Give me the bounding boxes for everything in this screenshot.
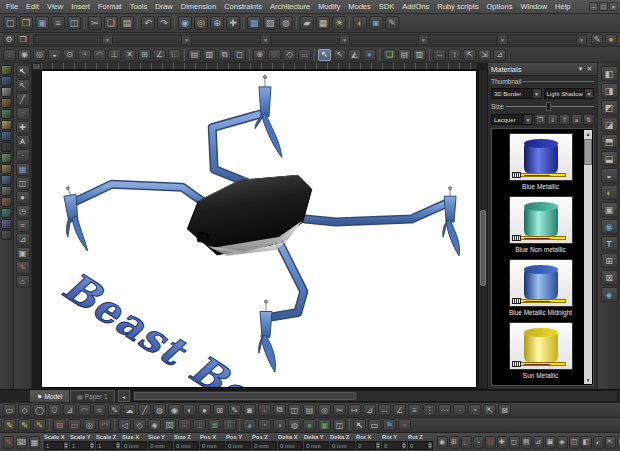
select-arrow-icon[interactable]: ↖ [318,49,331,61]
zoom-extents-icon[interactable]: ◎ [194,16,208,30]
undo-icon[interactable]: ↶ [141,16,155,30]
spinner-icon[interactable] [89,442,94,449]
material-item-1[interactable]: Blue Metallic [498,133,583,190]
pencil2-icon[interactable]: ✎ [228,404,241,416]
field-value[interactable]: 0 mm [305,443,328,449]
ellipse-icon[interactable]: ⬯ [48,404,61,416]
field-value[interactable]: 0 mm [201,443,224,449]
view-cube-icon[interactable]: ◧ [581,436,592,449]
menu-addons[interactable]: AddOns [398,0,433,13]
palette-thumb-15[interactable] [1,219,12,229]
arc-tool-icon[interactable]: ◷ [16,205,30,218]
field-value[interactable]: 0 mm [123,443,146,449]
cloud-icon[interactable]: ☁ [123,404,136,416]
property-combo-5[interactable]: ▼ [349,34,428,45]
dim-b-icon[interactable]: ↕ [448,49,461,61]
edit-pen-icon[interactable]: ✎ [591,34,603,45]
field-value[interactable]: 0 [383,443,401,449]
menu-options[interactable]: Options [483,0,517,13]
materials-icon[interactable]: ◐ [353,16,367,30]
annot-toggle-icon[interactable]: ◈ [557,436,568,449]
keyboard-entry-icon[interactable]: ⌨ [16,436,27,449]
group-icon[interactable]: ⧉ [218,49,231,61]
stair-icon[interactable]: ≣ [208,419,221,431]
field-value[interactable]: 0 mm [331,443,354,449]
field-value[interactable]: 0 mm [253,443,276,449]
menu-format[interactable]: Format [94,0,126,13]
property-combo-7[interactable]: ▼ [507,34,587,45]
slider-handle[interactable] [546,102,551,111]
boolean-add-icon[interactable]: ◕ [243,419,256,431]
shape-edit-icon[interactable]: ▭ [68,419,81,431]
spinner-icon[interactable] [427,442,432,449]
style-book-icon[interactable]: ❒ [17,34,29,45]
panel-pin-icon[interactable]: ▾ [576,65,585,73]
rename-material-icon[interactable]: a [571,114,582,125]
property-combo-6[interactable]: ▼ [428,34,507,45]
slice2-icon[interactable]: ◍ [288,419,301,431]
export-material-icon[interactable]: ⇑ [559,114,570,125]
palette-thumb-13[interactable] [1,197,12,207]
select-edit-icon[interactable]: ↖ [16,79,30,92]
steering-icon[interactable]: ◐ [593,436,604,449]
palette-thumb-16[interactable] [1,230,12,240]
palette-thumb-6[interactable] [1,120,12,130]
copy-icon[interactable]: ❏ [104,16,118,30]
field-value[interactable]: 0 mm [175,443,198,449]
border-style-dropdown[interactable]: 3D Border▼ [491,88,542,99]
text3d-icon[interactable]: T [601,236,618,251]
render-face-icon[interactable]: ● [605,34,617,45]
line-tool-icon[interactable]: ╱ [16,93,30,106]
ucs-toggle-icon[interactable]: ⊿ [533,436,544,449]
shadow-style-dropdown[interactable]: Light Shadow▼ [544,88,595,99]
palette-thumb-5[interactable] [1,109,12,119]
snap-center-icon[interactable]: ⊙ [63,49,76,61]
ray-icon[interactable]: ╱ [138,404,151,416]
snap-midpoint-icon[interactable]: ◒ [48,49,61,61]
canvas-horizontal-scrollbar[interactable] [132,390,618,402]
polar-toggle-icon[interactable]: ◔ [473,436,484,449]
menu-help[interactable]: Help [551,0,574,13]
facet-icon[interactable]: ▣ [601,202,618,217]
boolean-sub-icon[interactable]: ◔ [258,419,271,431]
palette-thumb-1[interactable] [1,65,12,75]
pencil-yellow-icon[interactable]: ✎ [3,419,16,431]
field-value[interactable]: 0 mm [227,443,250,449]
menu-dimension[interactable]: Dimension [177,0,220,13]
open-palette-icon[interactable]: ❒ [535,114,546,125]
dim-c-icon[interactable]: ⇱ [463,49,476,61]
scroll-down-icon[interactable]: ▼ [584,376,592,384]
dim-d-icon[interactable]: ⇲ [478,49,491,61]
view-iso-icon[interactable]: ◇ [283,49,296,61]
spray-icon[interactable]: ◍ [153,404,166,416]
polygon-tool-icon[interactable]: ⊿ [16,233,30,246]
property-combo-3[interactable]: ▼ [191,34,270,45]
ortho-toggle-icon[interactable]: ∟ [461,436,472,449]
coord-display-icon[interactable]: ▦ [29,436,40,449]
cylinder-tool-icon[interactable]: ◫ [16,177,30,190]
import-material-icon[interactable]: ⇓ [547,114,558,125]
material-item-2[interactable]: Blue Non metallic [498,196,583,253]
new-icon[interactable]: ▢ [3,16,17,30]
model-toggle-icon[interactable]: ▣ [545,436,556,449]
panel-close-icon[interactable]: ✕ [585,65,594,73]
osnap-toggle-icon[interactable]: ◎ [485,436,496,449]
lamp-icon[interactable]: ◙ [243,404,256,416]
close-button[interactable]: × [609,2,618,11]
mesh-icon[interactable]: ⊞ [601,253,618,268]
canvas-vertical-scrollbar[interactable] [478,70,487,388]
pencil-yellow3-icon[interactable]: ✎ [33,419,46,431]
render-hidden-icon[interactable]: ▨ [263,16,277,30]
workplane-icon[interactable]: ▰ [300,16,314,30]
tab-scroll-left-icon[interactable]: ◂ [118,390,130,402]
material-item-3[interactable]: Blue Metallic Midnight [498,259,583,316]
dot-tool-icon[interactable]: ∙ [16,149,30,162]
material-item-4[interactable]: Sun Metallic [498,322,583,379]
properties-icon[interactable]: ✎ [385,16,399,30]
palette-thumb-7[interactable] [1,131,12,141]
layer-toggle-icon[interactable]: ▤ [521,436,532,449]
pencil-yellow2-icon[interactable]: ✎ [18,419,31,431]
field-value[interactable]: 0 mm [149,443,172,449]
snap-angle-icon[interactable]: ∠ [153,49,166,61]
grid-toggle-icon[interactable]: ⊞ [449,436,460,449]
